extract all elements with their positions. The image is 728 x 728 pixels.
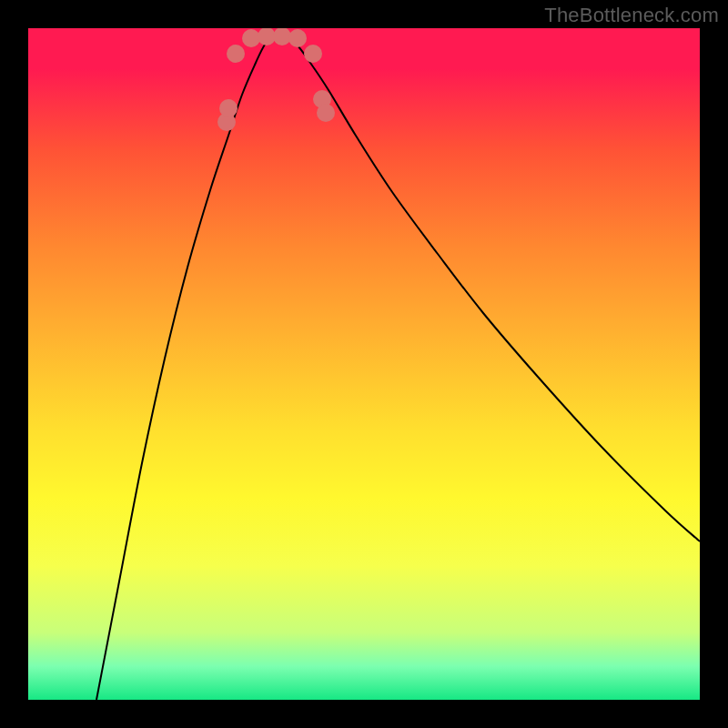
curve-svg (28, 28, 700, 700)
valley-marker (273, 28, 291, 46)
valley-marker (242, 29, 260, 47)
valley-marker (219, 99, 238, 117)
valley-marker (304, 45, 322, 63)
valley-marker (317, 104, 335, 122)
valley-marker (258, 28, 276, 46)
plot-area (28, 28, 700, 700)
valley-marker (288, 29, 307, 47)
bottleneck-curve (96, 35, 700, 700)
chart-frame: TheBottleneck.com (0, 0, 728, 728)
valley-marker (227, 45, 245, 63)
watermark-text: TheBottleneck.com (544, 4, 719, 27)
